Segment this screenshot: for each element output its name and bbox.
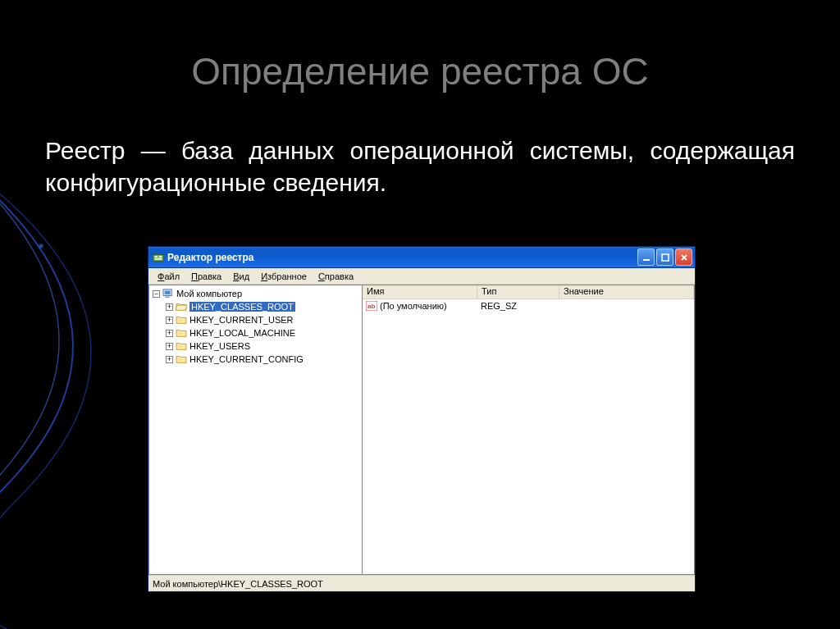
expand-icon[interactable]: +: [166, 343, 173, 350]
tree-pane[interactable]: − Мой компьютер + HKEY_CLASSES_ROOT + HK…: [149, 285, 363, 574]
svg-text:ab: ab: [368, 303, 375, 310]
close-button[interactable]: [675, 248, 692, 266]
value-row[interactable]: ab (По умолчанию) REG_SZ: [363, 299, 694, 312]
svg-rect-4: [155, 256, 158, 258]
menu-view[interactable]: Вид: [227, 270, 255, 283]
regedit-icon: [153, 252, 164, 263]
menu-favorites[interactable]: Избранное: [255, 270, 313, 283]
svg-rect-5: [159, 256, 162, 258]
folder-icon: [176, 341, 187, 351]
computer-icon: [162, 289, 174, 299]
tree-item[interactable]: + HKEY_CURRENT_USER: [151, 313, 360, 326]
statusbar: Мой компьютер\HKEY_CLASSES_ROOT: [148, 575, 695, 591]
svg-rect-7: [643, 259, 650, 261]
window-title: Редактор реестра: [167, 252, 637, 263]
svg-rect-3: [153, 254, 163, 261]
svg-point-0: [0, 348, 1, 358]
column-value[interactable]: Значение: [559, 285, 694, 299]
column-name[interactable]: Имя: [363, 285, 477, 299]
slide-body-text: Реестр — база данных операционной систем…: [0, 134, 840, 198]
collapse-icon[interactable]: −: [153, 290, 160, 298]
tree-item[interactable]: + HKEY_LOCAL_MACHINE: [151, 326, 360, 340]
tree-item-label: HKEY_CURRENT_CONFIG: [189, 354, 304, 364]
value-type: REG_SZ: [477, 301, 559, 311]
expand-icon[interactable]: +: [166, 356, 173, 363]
tree-root-label: Мой компьютер: [176, 289, 242, 299]
folder-open-icon: [176, 302, 187, 312]
menubar: Файл Правка Вид Избранное Справка: [148, 268, 695, 285]
tree-item-label: HKEY_LOCAL_MACHINE: [189, 328, 295, 338]
expand-icon[interactable]: +: [166, 317, 173, 324]
string-value-icon: ab: [366, 301, 377, 311]
tree-item[interactable]: + HKEY_USERS: [151, 340, 360, 353]
svg-rect-8: [662, 254, 669, 261]
tree-item-label: HKEY_CLASSES_ROOT: [189, 302, 295, 312]
expand-icon[interactable]: +: [166, 330, 173, 337]
folder-icon: [176, 315, 187, 325]
folder-icon: [176, 354, 187, 364]
svg-rect-6: [155, 258, 162, 259]
column-type[interactable]: Тип: [477, 285, 559, 299]
registry-editor-window: Редактор реестра Файл Правка Вид Избранн…: [148, 246, 696, 592]
tree-root[interactable]: − Мой компьютер: [151, 287, 360, 300]
tree-item[interactable]: + HKEY_CURRENT_CONFIG: [151, 353, 360, 366]
values-pane: Имя Тип Значение ab (По умолчанию) REG_S…: [363, 285, 694, 574]
svg-point-2: [38, 243, 44, 249]
expand-icon[interactable]: +: [166, 303, 173, 311]
status-path: Мой компьютер\HKEY_CLASSES_ROOT: [153, 579, 323, 589]
value-name: (По умолчанию): [380, 301, 447, 311]
tree-item-label: HKEY_CURRENT_USER: [189, 315, 294, 325]
menu-edit[interactable]: Правка: [185, 270, 227, 283]
tree-item-label: HKEY_USERS: [189, 341, 250, 351]
column-headers: Имя Тип Значение: [363, 285, 694, 299]
minimize-button[interactable]: [637, 248, 655, 266]
slide-title: Определение реестра ОС: [0, 49, 840, 93]
svg-rect-10: [165, 291, 171, 294]
folder-icon: [176, 328, 187, 338]
svg-rect-11: [166, 296, 170, 298]
maximize-button[interactable]: [656, 248, 673, 266]
tree-item[interactable]: + HKEY_CLASSES_ROOT: [151, 300, 360, 313]
menu-file[interactable]: Файл: [152, 270, 185, 283]
menu-help[interactable]: Справка: [313, 270, 359, 283]
titlebar[interactable]: Редактор реестра: [148, 247, 695, 268]
